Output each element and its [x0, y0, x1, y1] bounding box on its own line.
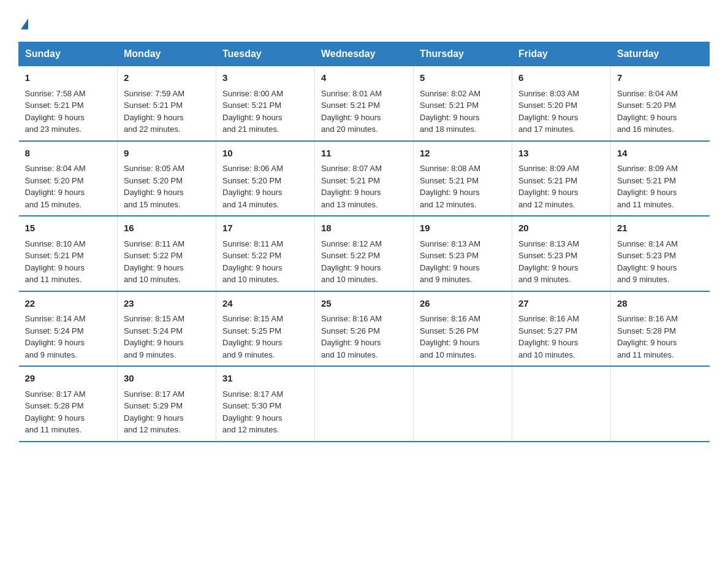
- day-cell: 17 Sunrise: 8:11 AM Sunset: 5:22 PM Dayl…: [216, 216, 315, 291]
- day-cell: 9 Sunrise: 8:05 AM Sunset: 5:20 PM Dayli…: [118, 141, 216, 216]
- day-info: Sunrise: 8:11 AM Sunset: 5:22 PM Dayligh…: [124, 238, 210, 286]
- day-number: 9: [124, 147, 210, 161]
- header-cell-tuesday: Tuesday: [216, 42, 315, 66]
- day-cell: 5 Sunrise: 8:02 AM Sunset: 5:21 PM Dayli…: [414, 66, 512, 141]
- day-info: Sunrise: 8:17 AM Sunset: 5:28 PM Dayligh…: [25, 388, 112, 436]
- day-info: Sunrise: 7:58 AM Sunset: 5:21 PM Dayligh…: [25, 88, 112, 136]
- day-number: 20: [518, 221, 604, 236]
- day-number: 23: [124, 297, 210, 311]
- day-info: Sunrise: 8:14 AM Sunset: 5:24 PM Dayligh…: [25, 313, 112, 361]
- day-info: Sunrise: 8:11 AM Sunset: 5:22 PM Dayligh…: [222, 238, 308, 286]
- day-info: Sunrise: 8:08 AM Sunset: 5:21 PM Dayligh…: [420, 163, 506, 210]
- day-number: 5: [420, 71, 506, 85]
- day-number: 8: [25, 147, 112, 161]
- logo: [18, 12, 28, 29]
- header-cell-friday: Friday: [512, 42, 611, 66]
- day-number: 26: [420, 297, 506, 311]
- day-info: Sunrise: 8:16 AM Sunset: 5:27 PM Dayligh…: [518, 313, 604, 361]
- day-number: 1: [25, 71, 112, 85]
- day-cell: 3 Sunrise: 8:00 AM Sunset: 5:21 PM Dayli…: [216, 66, 315, 141]
- day-cell: 11 Sunrise: 8:07 AM Sunset: 5:21 PM Dayl…: [315, 141, 414, 216]
- day-number: 24: [222, 297, 308, 311]
- week-row-3: 15 Sunrise: 8:10 AM Sunset: 5:21 PM Dayl…: [19, 216, 710, 291]
- day-info: Sunrise: 8:09 AM Sunset: 5:21 PM Dayligh…: [617, 163, 703, 210]
- day-cell: 13 Sunrise: 8:09 AM Sunset: 5:21 PM Dayl…: [512, 141, 611, 216]
- day-cell: 2 Sunrise: 7:59 AM Sunset: 5:21 PM Dayli…: [118, 66, 216, 141]
- day-info: Sunrise: 8:02 AM Sunset: 5:21 PM Dayligh…: [420, 88, 506, 136]
- day-info: Sunrise: 8:09 AM Sunset: 5:21 PM Dayligh…: [518, 163, 604, 210]
- day-cell: 22 Sunrise: 8:14 AM Sunset: 5:24 PM Dayl…: [19, 291, 118, 367]
- day-number: 22: [25, 297, 112, 311]
- day-info: Sunrise: 8:17 AM Sunset: 5:29 PM Dayligh…: [124, 388, 210, 436]
- day-number: 4: [321, 71, 407, 85]
- day-cell: 12 Sunrise: 8:08 AM Sunset: 5:21 PM Dayl…: [414, 141, 512, 216]
- day-cell: 10 Sunrise: 8:06 AM Sunset: 5:20 PM Dayl…: [216, 141, 315, 216]
- day-info: Sunrise: 8:16 AM Sunset: 5:26 PM Dayligh…: [420, 313, 506, 361]
- day-number: 14: [617, 147, 703, 161]
- day-cell: 26 Sunrise: 8:16 AM Sunset: 5:26 PM Dayl…: [414, 291, 512, 367]
- header-row: SundayMondayTuesdayWednesdayThursdayFrid…: [19, 42, 710, 66]
- day-cell: [414, 366, 512, 442]
- day-number: 29: [25, 372, 112, 386]
- day-info: Sunrise: 8:13 AM Sunset: 5:23 PM Dayligh…: [518, 238, 604, 286]
- day-cell: 27 Sunrise: 8:16 AM Sunset: 5:27 PM Dayl…: [512, 291, 611, 367]
- day-number: 27: [518, 297, 604, 311]
- day-info: Sunrise: 7:59 AM Sunset: 5:21 PM Dayligh…: [124, 88, 210, 136]
- day-cell: 14 Sunrise: 8:09 AM Sunset: 5:21 PM Dayl…: [611, 141, 710, 216]
- day-number: 13: [518, 147, 604, 161]
- day-cell: [315, 366, 414, 442]
- day-cell: 21 Sunrise: 8:14 AM Sunset: 5:23 PM Dayl…: [611, 216, 710, 291]
- day-info: Sunrise: 8:06 AM Sunset: 5:20 PM Dayligh…: [222, 163, 308, 210]
- day-number: 18: [321, 221, 407, 236]
- day-cell: 16 Sunrise: 8:11 AM Sunset: 5:22 PM Dayl…: [118, 216, 216, 291]
- day-cell: [512, 366, 611, 442]
- day-cell: [611, 366, 710, 442]
- day-cell: 30 Sunrise: 8:17 AM Sunset: 5:29 PM Dayl…: [118, 366, 216, 442]
- day-number: 15: [25, 221, 112, 236]
- day-info: Sunrise: 8:13 AM Sunset: 5:23 PM Dayligh…: [420, 238, 506, 286]
- day-info: Sunrise: 8:04 AM Sunset: 5:20 PM Dayligh…: [25, 163, 112, 210]
- day-info: Sunrise: 8:01 AM Sunset: 5:21 PM Dayligh…: [321, 88, 407, 136]
- day-cell: 8 Sunrise: 8:04 AM Sunset: 5:20 PM Dayli…: [19, 141, 118, 216]
- day-cell: 15 Sunrise: 8:10 AM Sunset: 5:21 PM Dayl…: [19, 216, 118, 291]
- day-cell: 19 Sunrise: 8:13 AM Sunset: 5:23 PM Dayl…: [414, 216, 512, 291]
- day-cell: 18 Sunrise: 8:12 AM Sunset: 5:22 PM Dayl…: [315, 216, 414, 291]
- day-number: 7: [617, 71, 703, 85]
- day-number: 21: [617, 221, 703, 236]
- day-info: Sunrise: 8:12 AM Sunset: 5:22 PM Dayligh…: [321, 238, 407, 286]
- day-info: Sunrise: 8:14 AM Sunset: 5:23 PM Dayligh…: [617, 238, 703, 286]
- day-number: 19: [420, 221, 506, 236]
- day-number: 3: [222, 71, 308, 85]
- header-cell-wednesday: Wednesday: [315, 42, 414, 66]
- day-info: Sunrise: 8:16 AM Sunset: 5:28 PM Dayligh…: [617, 313, 703, 361]
- day-info: Sunrise: 8:16 AM Sunset: 5:26 PM Dayligh…: [321, 313, 407, 361]
- day-info: Sunrise: 8:17 AM Sunset: 5:30 PM Dayligh…: [222, 388, 308, 436]
- logo-triangle-icon: [21, 18, 28, 29]
- header-cell-monday: Monday: [118, 42, 216, 66]
- day-info: Sunrise: 8:10 AM Sunset: 5:21 PM Dayligh…: [25, 238, 112, 286]
- day-number: 6: [518, 71, 604, 85]
- day-info: Sunrise: 8:05 AM Sunset: 5:20 PM Dayligh…: [124, 163, 210, 210]
- day-cell: 29 Sunrise: 8:17 AM Sunset: 5:28 PM Dayl…: [19, 366, 118, 442]
- week-row-1: 1 Sunrise: 7:58 AM Sunset: 5:21 PM Dayli…: [19, 66, 710, 141]
- day-cell: 24 Sunrise: 8:15 AM Sunset: 5:25 PM Dayl…: [216, 291, 315, 367]
- header-cell-thursday: Thursday: [414, 42, 512, 66]
- week-row-2: 8 Sunrise: 8:04 AM Sunset: 5:20 PM Dayli…: [19, 141, 710, 216]
- day-number: 12: [420, 147, 506, 161]
- page-header: [18, 12, 710, 29]
- day-number: 10: [222, 147, 308, 161]
- calendar-body: 1 Sunrise: 7:58 AM Sunset: 5:21 PM Dayli…: [19, 66, 710, 442]
- day-cell: 20 Sunrise: 8:13 AM Sunset: 5:23 PM Dayl…: [512, 216, 611, 291]
- day-number: 31: [222, 372, 308, 386]
- day-cell: 1 Sunrise: 7:58 AM Sunset: 5:21 PM Dayli…: [19, 66, 118, 141]
- day-number: 28: [617, 297, 703, 311]
- day-number: 16: [124, 221, 210, 236]
- day-info: Sunrise: 8:03 AM Sunset: 5:20 PM Dayligh…: [518, 88, 604, 136]
- day-info: Sunrise: 8:00 AM Sunset: 5:21 PM Dayligh…: [222, 88, 308, 136]
- day-number: 2: [124, 71, 210, 85]
- day-number: 30: [124, 372, 210, 386]
- day-cell: 25 Sunrise: 8:16 AM Sunset: 5:26 PM Dayl…: [315, 291, 414, 367]
- day-cell: 4 Sunrise: 8:01 AM Sunset: 5:21 PM Dayli…: [315, 66, 414, 141]
- week-row-5: 29 Sunrise: 8:17 AM Sunset: 5:28 PM Dayl…: [19, 366, 710, 442]
- day-number: 25: [321, 297, 407, 311]
